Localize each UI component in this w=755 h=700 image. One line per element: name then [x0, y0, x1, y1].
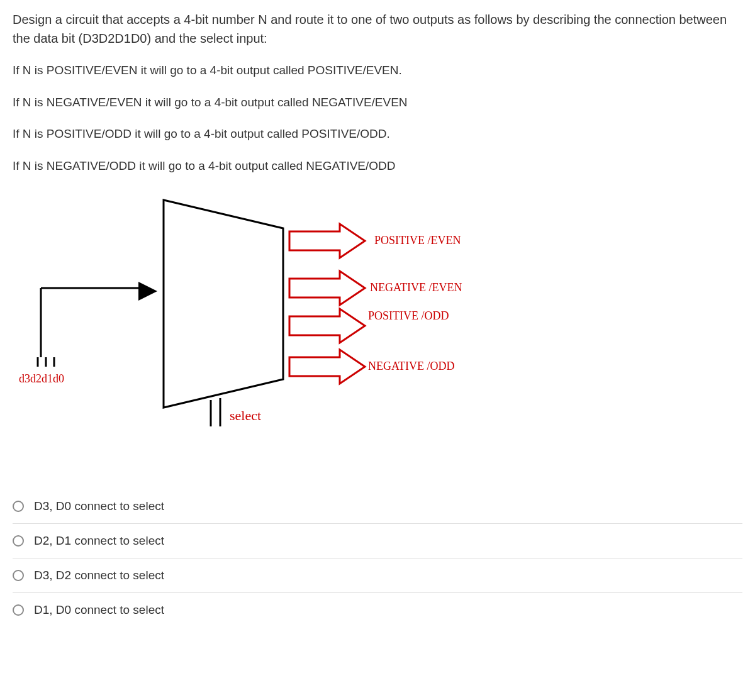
select-label: select [230, 408, 261, 423]
circuit-diagram: d3d2d1d0 select POSITIVE /EVEN NEGATIVE … [13, 194, 742, 452]
output-arrow-positive-even [289, 224, 365, 258]
diagram-svg: d3d2d1d0 select POSITIVE /EVEN NEGATIVE … [13, 194, 579, 452]
condition-3: If N is POSITIVE/ODD it will go to a 4-b… [13, 125, 742, 143]
option-4[interactable]: D1, D0 connect to select [13, 593, 742, 627]
option-1[interactable]: D3, D0 connect to select [13, 489, 742, 524]
option-label: D3, D2 connect to select [34, 569, 164, 582]
svg-marker-6 [138, 282, 157, 301]
answer-options: D3, D0 connect to select D2, D1 connect … [13, 489, 742, 627]
option-label: D1, D0 connect to select [34, 603, 164, 617]
radio-icon[interactable] [13, 501, 24, 512]
output-arrow-positive-odd [289, 309, 365, 343]
input-label: d3d2d1d0 [19, 372, 64, 385]
option-3[interactable]: D3, D2 connect to select [13, 558, 742, 593]
select-lines [211, 398, 220, 426]
option-2[interactable]: D2, D1 connect to select [13, 524, 742, 558]
radio-icon[interactable] [13, 604, 24, 616]
condition-4: If N is NEGATIVE/ODD it will go to a 4-b… [13, 157, 742, 175]
output-label-3: POSITIVE /ODD [368, 309, 449, 322]
condition-1: If N is POSITIVE/EVEN it will go to a 4-… [13, 62, 742, 80]
demux-body [164, 200, 283, 408]
output-arrow-negative-odd [289, 350, 365, 384]
output-arrow-negative-even [289, 271, 365, 305]
option-label: D3, D0 connect to select [34, 499, 164, 513]
input-block [38, 282, 157, 367]
radio-icon[interactable] [13, 535, 24, 547]
question-intro: Design a circuit that accepts a 4-bit nu… [13, 10, 742, 48]
output-label-1: POSITIVE /EVEN [374, 234, 461, 247]
option-label: D2, D1 connect to select [34, 534, 164, 548]
radio-icon[interactable] [13, 570, 24, 581]
output-label-4: NEGATIVE /ODD [368, 360, 454, 372]
output-label-2: NEGATIVE /EVEN [370, 281, 462, 294]
condition-2: If N is NEGATIVE/EVEN it will go to a 4-… [13, 94, 742, 112]
